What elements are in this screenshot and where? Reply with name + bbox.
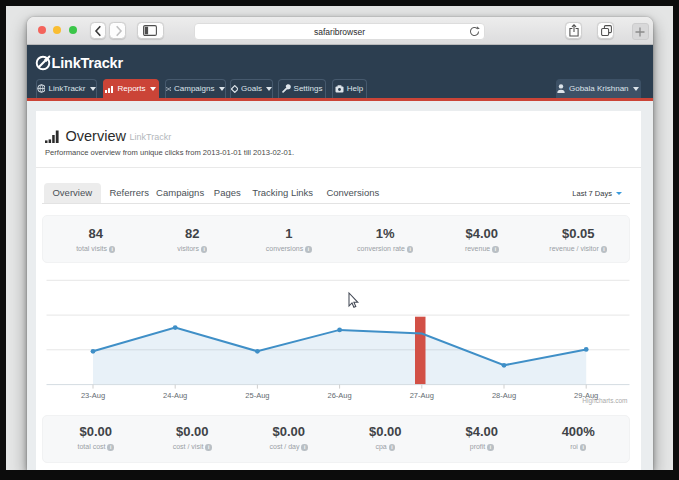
svg-text:23-Aug: 23-Aug xyxy=(80,391,104,400)
svg-text:26-Aug: 26-Aug xyxy=(327,391,351,400)
svg-text:27-Aug: 27-Aug xyxy=(409,391,433,400)
svg-text:24-Aug: 24-Aug xyxy=(163,391,187,400)
svg-text:28-Aug: 28-Aug xyxy=(491,391,515,400)
svg-text:Highcharts.com: Highcharts.com xyxy=(582,397,627,405)
svg-text:25-Aug: 25-Aug xyxy=(245,391,269,400)
